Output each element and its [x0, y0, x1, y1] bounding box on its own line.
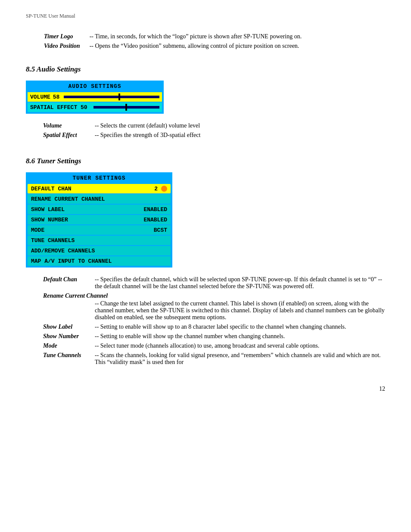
volume-slider-thumb — [118, 93, 120, 100]
show-number-label: SHOW NUMBER — [31, 217, 140, 223]
audio-heading: 8.5 Audio Settings — [26, 65, 385, 74]
show-label-desc-text: -- Setting to enable will show up to an … — [95, 324, 385, 333]
mode-desc-text: -- Select tuner mode (channels allocatio… — [95, 342, 385, 352]
spatial-desc-text: -- Specifies the strength of 3D-spatial … — [95, 132, 385, 141]
tuner-add-remove-row: ADD/REMOVE CHANNELS — [28, 246, 171, 255]
volume-label: VOLUME — [30, 94, 50, 100]
audio-spatial-row: SPATIAL EFFECT 50 — [28, 103, 162, 112]
timer-logo-desc: -- Time, in seconds, for which the “logo… — [90, 33, 302, 42]
volume-value: 58 — [53, 94, 60, 100]
audio-menu-title: AUDIO SETTINGS — [27, 81, 163, 91]
tuner-show-label-row: SHOW LABEL ENABLED — [28, 205, 171, 214]
tune-channels-desc-text: -- Scans the channels, looking for valid… — [95, 352, 385, 368]
show-label-label: SHOW LABEL — [31, 206, 140, 213]
show-number-desc-label: Show Number — [26, 333, 95, 342]
section-audio: 8.5 Audio Settings AUDIO SETTINGS VOLUME… — [26, 65, 385, 141]
spatial-slider-fill — [93, 106, 127, 109]
spatial-label: SPATIAL EFFECT 50 — [30, 104, 87, 111]
timer-logo-label: Timer Logo — [44, 33, 89, 42]
default-chan-dot — [161, 186, 167, 192]
tune-channels-desc-label: Tune Channels — [26, 352, 95, 368]
spatial-slider-thumb — [125, 104, 127, 111]
volume-desc-text: -- Selects the current (default) volume … — [95, 122, 385, 132]
show-number-value: ENABLED — [143, 217, 167, 223]
page-number: 12 — [26, 386, 385, 392]
default-chan-label: DEFAULT CHAN — [31, 186, 151, 192]
spatial-slider-track[interactable] — [93, 106, 159, 109]
page-number-text: 12 — [379, 386, 385, 392]
section-tuner: 8.6 Tuner Settings TUNER SETTINGS DEFAUL… — [26, 157, 385, 368]
tuner-tune-channels-row: TUNE CHANNELS — [28, 236, 171, 245]
rename-label: RENAME CURRENT CHANNEL — [31, 196, 167, 202]
mode-label: MODE — [31, 227, 150, 233]
show-number-desc-text: -- Setting to enable will show up the ch… — [95, 333, 385, 342]
default-chan-desc-label: Default Chan — [26, 276, 95, 292]
default-chan-value: 2 — [154, 186, 158, 192]
mode-value: BCST — [154, 227, 167, 233]
audio-menu-box: AUDIO SETTINGS VOLUME 58 SPATIAL EFFECT … — [26, 81, 164, 114]
tuner-default-chan-row: DEFAULT CHAN 2 — [28, 184, 171, 193]
tuner-heading: 8.6 Tuner Settings — [26, 157, 385, 165]
rename-channel-desc-label: Rename Current Channel — [26, 292, 385, 300]
tuner-desc-table: Default Chan -- Specifies the default ch… — [26, 276, 385, 368]
tuner-map-av-row: MAP A/V INPUT TO CHANNEL — [28, 256, 171, 266]
tuner-menu-title: TUNER SETTINGS — [27, 173, 171, 183]
tuner-show-number-row: SHOW NUMBER ENABLED — [28, 215, 171, 224]
tuner-menu-box: TUNER SETTINGS DEFAULT CHAN 2 RENAME CUR… — [26, 172, 172, 268]
add-remove-label: ADD/REMOVE CHANNELS — [31, 248, 167, 254]
spatial-desc-label: Spatial Effect — [26, 132, 95, 141]
volume-desc-label: Volume — [26, 122, 95, 132]
audio-volume-row: VOLUME 58 — [28, 92, 162, 102]
intro-table: Timer Logo -- Time, in seconds, for whic… — [43, 32, 302, 52]
tuner-rename-row: RENAME CURRENT CHANNEL — [28, 194, 171, 204]
audio-desc-table: Volume -- Selects the current (default) … — [26, 122, 385, 141]
mode-desc-label: Mode — [26, 342, 95, 352]
show-label-value: ENABLED — [143, 206, 167, 213]
rename-channel-desc-text: -- Change the text label assigned to the… — [95, 300, 385, 324]
tune-channels-label: TUNE CHANNELS — [31, 237, 167, 244]
volume-slider-fill — [64, 96, 119, 98]
page-header: SP-TUNE User Manual — [26, 13, 385, 19]
volume-slider-track[interactable] — [64, 96, 159, 98]
show-label-desc-label: Show Label — [26, 324, 95, 333]
video-position-desc: -- Opens the “Video position” submenu, a… — [90, 43, 302, 51]
header-text: SP-TUNE User Manual — [26, 13, 75, 19]
rename-channel-spacer — [26, 300, 95, 324]
map-av-label: MAP A/V INPUT TO CHANNEL — [31, 258, 167, 264]
default-chan-desc-text: -- Specifies the default channel, which … — [95, 276, 385, 292]
tuner-mode-row: MODE BCST — [28, 225, 171, 235]
video-position-label: Video Position — [44, 43, 89, 51]
